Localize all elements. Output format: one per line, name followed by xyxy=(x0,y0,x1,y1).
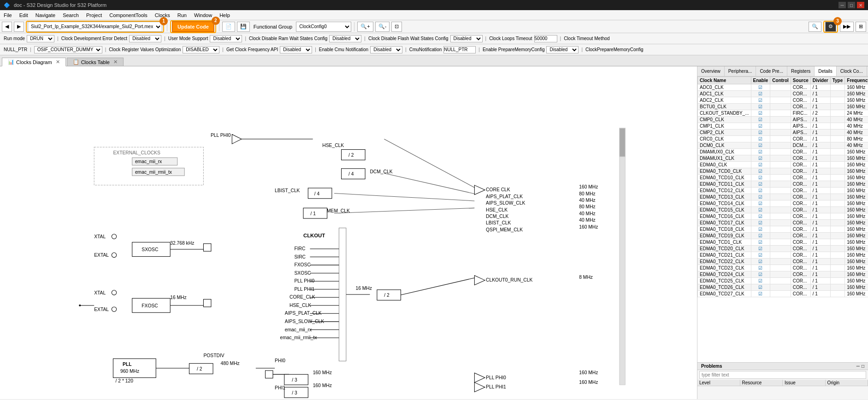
enable-cell[interactable]: ☑ xyxy=(751,175,770,181)
tab-registers[interactable]: Registers xyxy=(787,66,815,76)
enable-cell[interactable]: ☑ xyxy=(751,284,770,291)
table-row[interactable]: EDMA0_TCD14_CLK ☑ COR... / 1 160 MHz xyxy=(698,200,868,207)
tab-overview[interactable]: Overview xyxy=(697,66,725,76)
enable-cell[interactable]: ☑ xyxy=(751,136,770,142)
table-row[interactable]: EDMA0_TCD18_CLK ☑ COR... / 1 160 MHz xyxy=(698,226,868,233)
table-row[interactable]: EDMA0_TCD16_CLK ☑ COR... / 1 160 MHz xyxy=(698,213,868,220)
fit-view[interactable]: ⊡ xyxy=(391,22,402,32)
enable-cell[interactable]: ☑ xyxy=(751,149,770,155)
enable-cell[interactable]: ☑ xyxy=(751,213,770,220)
close-button[interactable]: ✕ xyxy=(857,2,864,8)
table-row[interactable]: EDMA0_TCD11_CLK ☑ COR... / 1 160 MHz xyxy=(698,181,868,188)
table-row[interactable]: ADC2_CLK ☑ COR... / 1 160 MHz xyxy=(698,97,868,104)
table-row[interactable]: ADC0_CLK ☑ COR... / 1 160 MHz xyxy=(698,84,868,91)
enable-cell[interactable]: ☑ xyxy=(751,168,770,175)
table-row[interactable]: EDMA0_TCD0_CLK ☑ COR... / 1 160 MHz xyxy=(698,168,868,175)
enable-cell[interactable]: ☑ xyxy=(751,162,770,168)
toolbar-icon-1[interactable]: 📄 xyxy=(222,22,235,32)
table-row[interactable]: EDMA0_CLK ☑ COR... / 1 160 MHz xyxy=(698,162,868,168)
table-row[interactable]: DMAMUX0_CLK ☑ COR... / 1 160 MHz xyxy=(698,149,868,155)
enable-cell[interactable]: ☑ xyxy=(751,123,770,129)
col-clock-name[interactable]: Clock Name xyxy=(698,77,751,84)
table-row[interactable]: EDMA0_TCD22_CLK ☑ COR... / 1 160 MHz xyxy=(698,259,868,265)
enable-cell[interactable]: ☑ xyxy=(751,246,770,252)
col-control[interactable]: Control xyxy=(770,77,791,84)
clock-table-container[interactable]: Clock Name Enable Control Source Divider… xyxy=(697,76,868,362)
table-row[interactable]: CMP1_CLK ☑ AIPS... / 1 40 MHz xyxy=(698,123,868,129)
menu-navigate[interactable]: Navigate xyxy=(32,10,59,20)
menu-file[interactable]: File xyxy=(0,10,16,20)
enable-cell[interactable]: ☑ xyxy=(751,110,770,117)
back-button[interactable]: ◀ xyxy=(2,22,12,32)
table-row[interactable]: EDMA0_TCD13_CLK ☑ COR... / 1 160 MHz xyxy=(698,194,868,200)
clock-loops-input[interactable] xyxy=(534,35,557,42)
table-row[interactable]: ADC1_CLK ☑ COR... / 1 160 MHz xyxy=(698,91,868,97)
enable-cell[interactable]: ☑ xyxy=(751,142,770,149)
table-row[interactable]: EDMA0_TCD24_CLK ☑ COR... / 1 160 MHz xyxy=(698,271,868,278)
menu-componenttools[interactable]: ComponentTools xyxy=(106,10,151,20)
col-enable[interactable]: Enable xyxy=(751,77,770,84)
enable-cell[interactable]: ☑ xyxy=(751,104,770,110)
get-clock-select[interactable]: Disabled xyxy=(280,46,312,53)
maximize-button[interactable]: □ xyxy=(848,2,855,8)
table-row[interactable]: EDMA0_TCD26_CLK ☑ COR... / 1 160 MHz xyxy=(698,284,868,291)
table-row[interactable]: CRC0_CLK ☑ COR... / 1 80 MHz xyxy=(698,136,868,142)
menu-edit[interactable]: Edit xyxy=(16,10,32,20)
close-table-tab[interactable]: ✕ xyxy=(113,59,118,65)
toolbar-icon-2[interactable]: 💾 xyxy=(237,22,250,32)
enable-cell[interactable]: ☑ xyxy=(751,91,770,97)
diagram-area[interactable]: PLL PHI0 HSE_CLK / 2 DCM_CLK / 4 LBIST_C… xyxy=(0,66,697,399)
zoom-in[interactable]: 🔍+ xyxy=(357,22,373,32)
toolbar-extra-2[interactable]: ⊞ xyxy=(856,22,866,32)
table-row[interactable]: CMP0_CLK ☑ AIPS... / 1 40 MHz xyxy=(698,117,868,123)
table-row[interactable]: EDMA0_TCD23_CLK ☑ COR... / 1 160 MHz xyxy=(698,265,868,271)
clock-reg-select[interactable]: DISABLED xyxy=(183,46,219,53)
tab-details[interactable]: Details xyxy=(815,66,837,76)
tab-periphera[interactable]: Periphera... xyxy=(725,66,756,76)
enable-cell[interactable]: ☑ xyxy=(751,97,770,104)
project-dropdown[interactable]: Siul2_Port_Ip_Example_S32K344/example_Si… xyxy=(28,22,162,32)
enable-cell[interactable]: ☑ xyxy=(751,220,770,226)
update-code-button[interactable]: Update Code xyxy=(172,21,214,32)
table-row[interactable]: EDMA0_TCD27_CLK ☑ COR... / 1 160 MHz xyxy=(698,291,868,297)
enable-cell[interactable]: ☑ xyxy=(751,239,770,246)
zoom-out[interactable]: 🔍- xyxy=(375,22,390,32)
enable-cell[interactable]: ☑ xyxy=(751,271,770,278)
cmu-notification-input[interactable] xyxy=(443,46,476,53)
enable-cell[interactable]: ☑ xyxy=(751,181,770,188)
enable-cell[interactable]: ☑ xyxy=(751,207,770,213)
osif-select[interactable]: OSIF_COUNTER_DUMMY xyxy=(34,46,102,53)
table-row[interactable]: CMP2_CLK ☑ AIPS... / 1 40 MHz xyxy=(698,129,868,136)
enable-cell[interactable]: ☑ xyxy=(751,200,770,207)
problems-filter-input[interactable] xyxy=(699,371,866,379)
enable-cell[interactable]: ☑ xyxy=(751,252,770,259)
col-source[interactable]: Source xyxy=(791,77,810,84)
run-mode-select[interactable]: DRUN xyxy=(27,35,54,42)
functional-group-dropdown[interactable]: ClockConfig0 xyxy=(296,22,351,32)
menu-run[interactable]: Run xyxy=(174,10,190,20)
table-row[interactable]: EDMA0_TCD10_CLK ☑ COR... / 1 160 MHz xyxy=(698,175,868,181)
col-type[interactable]: Type xyxy=(830,77,845,84)
enable-cell[interactable]: ☑ xyxy=(751,84,770,91)
enable-cell[interactable]: ☑ xyxy=(751,265,770,271)
problems-minimize[interactable]: ─ xyxy=(856,364,860,369)
tab-clock-co[interactable]: Clock Co... xyxy=(837,66,867,76)
close-diagram-tab[interactable]: ✕ xyxy=(56,59,60,65)
enable-cell[interactable]: ☑ xyxy=(751,194,770,200)
col-divider[interactable]: Divider xyxy=(810,77,830,84)
tab-clocks-diagram[interactable]: 📊 Clocks Diagram ✕ xyxy=(2,58,66,66)
table-row[interactable]: EDMA0_TCD1_CLK ☑ COR... / 1 160 MHz xyxy=(698,239,868,246)
problems-maximize[interactable]: □ xyxy=(862,364,864,369)
table-row[interactable]: DCM0_CLK ☑ DCM... / 1 40 MHz xyxy=(698,142,868,149)
enable-cell[interactable]: ☑ xyxy=(751,188,770,194)
forward-button[interactable]: ▶ xyxy=(14,22,24,32)
col-frequency[interactable]: Frequency xyxy=(845,77,868,84)
enable-cell[interactable]: ☑ xyxy=(751,226,770,233)
table-row[interactable]: BCTU0_CLK ☑ COR... / 1 160 MHz xyxy=(698,104,868,110)
enable-cmu-select[interactable]: Disabled xyxy=(370,46,402,53)
table-row[interactable]: EDMA0_TCD25_CLK ☑ COR... / 1 160 MHz xyxy=(698,278,868,284)
table-row[interactable]: EDMA0_TCD12_CLK ☑ COR... / 1 160 MHz xyxy=(698,188,868,194)
minimize-button[interactable]: ─ xyxy=(838,2,846,8)
table-row[interactable]: EDMA0_TCD21_CLK ☑ COR... / 1 160 MHz xyxy=(698,252,868,259)
enable-cell[interactable]: ☑ xyxy=(751,278,770,284)
